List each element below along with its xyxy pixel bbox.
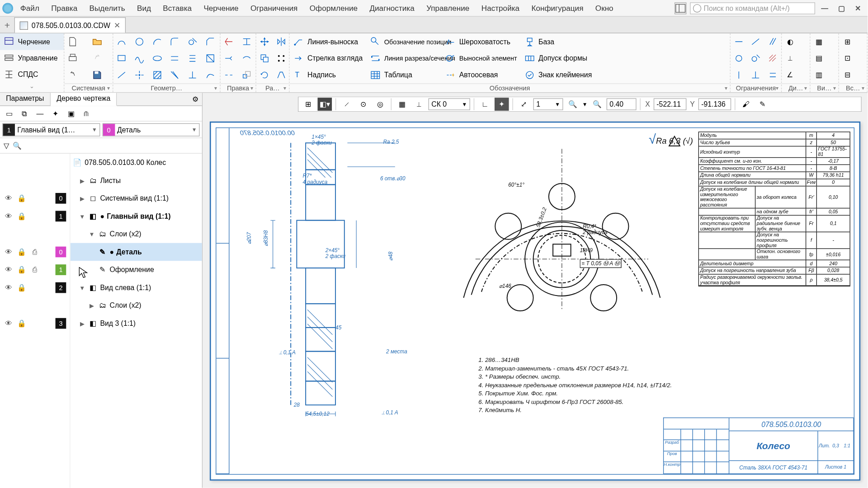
layout-icon[interactable] bbox=[675, 2, 686, 14]
zoom2-icon[interactable]: 🔍 bbox=[590, 98, 604, 111]
tab-close-button[interactable]: ✕ bbox=[114, 21, 120, 30]
tan-c-icon[interactable] bbox=[747, 50, 764, 67]
redo-icon[interactable] bbox=[89, 50, 105, 67]
mode-drawing[interactable]: Черчение bbox=[0, 33, 64, 50]
layer-selector[interactable]: 0Деталь▼ bbox=[102, 123, 199, 136]
tab-drawing-tree[interactable]: Дерево чертежа bbox=[51, 93, 117, 106]
menu-file[interactable]: Файл bbox=[15, 2, 44, 14]
mode-spds[interactable]: СПДС bbox=[0, 66, 64, 83]
osnap-icon[interactable]: ✦ bbox=[495, 98, 509, 111]
lock-icon[interactable]: 🔒 bbox=[17, 319, 26, 328]
rect-icon[interactable] bbox=[113, 50, 130, 67]
diag2-icon[interactable]: ⟂ bbox=[782, 50, 798, 67]
tree-detail-layer[interactable]: ✎●Деталь bbox=[71, 243, 202, 261]
print-icon[interactable]: ⎙ bbox=[30, 247, 39, 257]
deform-icon[interactable] bbox=[273, 67, 290, 84]
expand-icon[interactable]: ⧉ bbox=[19, 108, 30, 119]
print-icon[interactable]: ⎙ bbox=[30, 265, 39, 275]
spline-icon[interactable] bbox=[131, 50, 148, 67]
roughness-button[interactable]: Шероховатость bbox=[441, 33, 520, 50]
undo-icon[interactable] bbox=[64, 67, 81, 84]
diag-icon[interactable] bbox=[747, 33, 764, 50]
datum-button[interactable]: База bbox=[521, 33, 596, 50]
move-icon[interactable] bbox=[256, 33, 273, 50]
parallel-icon[interactable] bbox=[184, 50, 201, 67]
tree-root[interactable]: 📄078.505.0.0103.00 Колес bbox=[71, 154, 202, 172]
hatch-icon[interactable] bbox=[149, 67, 165, 84]
menu-manage[interactable]: Управление bbox=[422, 2, 474, 14]
menu-settings[interactable]: Настройка bbox=[476, 2, 524, 14]
minimize-button[interactable]: — bbox=[819, 3, 830, 13]
print-icon[interactable] bbox=[64, 50, 81, 67]
perp-icon[interactable] bbox=[184, 67, 201, 84]
circle-c-icon[interactable] bbox=[731, 50, 747, 67]
tree-left-view[interactable]: ▼◧Вид слева (1:1) bbox=[71, 279, 202, 297]
ortho2-icon[interactable]: ∟ bbox=[478, 98, 492, 111]
menu-view[interactable]: Вид bbox=[132, 2, 156, 14]
menu-select[interactable]: Выделить bbox=[85, 2, 130, 14]
tree-layers[interactable]: ▼🗂Слои (x2) bbox=[71, 225, 202, 243]
menu-draft[interactable]: Черчение bbox=[199, 2, 243, 14]
brush-icon[interactable]: 🖌 bbox=[739, 98, 753, 111]
table-button[interactable]: Таблица bbox=[366, 67, 441, 84]
eye-icon[interactable]: 👁 bbox=[4, 265, 13, 275]
menu-diag[interactable]: Диагностика bbox=[365, 2, 419, 14]
copy-icon[interactable] bbox=[256, 50, 273, 67]
tree-system-view[interactable]: ▶◻Системный вид (1:1) bbox=[71, 189, 202, 207]
eye-icon[interactable]: 👁 bbox=[4, 211, 13, 221]
position-button[interactable]: Обозначение позиции bbox=[366, 33, 441, 50]
auto-axis-button[interactable]: Автоосевая bbox=[441, 67, 520, 84]
trim-icon[interactable] bbox=[166, 67, 183, 84]
new-tab-button[interactable]: + bbox=[0, 19, 14, 33]
lock-icon[interactable]: 🔒 bbox=[17, 283, 26, 292]
new-icon[interactable] bbox=[64, 33, 81, 50]
close-button[interactable]: ✕ bbox=[852, 3, 864, 13]
menu-constraints[interactable]: Ограничения bbox=[245, 2, 302, 14]
leader-line-button[interactable]: Линия-выноска bbox=[290, 33, 367, 50]
ortho-icon[interactable]: ⟂ bbox=[412, 98, 426, 111]
stamp-button[interactable]: Знак клеймения bbox=[521, 67, 596, 84]
tree-design-layer[interactable]: ✎Оформление bbox=[71, 261, 202, 279]
snap1-icon[interactable]: ⟋ bbox=[340, 98, 354, 111]
rotate-icon[interactable] bbox=[256, 67, 273, 84]
zoom-field[interactable]: 0.40 bbox=[607, 98, 637, 110]
ins3-icon[interactable]: ⊟ bbox=[839, 67, 856, 84]
collapse-icon[interactable]: ▭ bbox=[4, 108, 14, 119]
detail-view-button[interactable]: Выносной элемент bbox=[441, 50, 520, 67]
contour-icon[interactable] bbox=[202, 67, 219, 84]
menu-insert[interactable]: Вставка bbox=[158, 2, 197, 14]
view-selector[interactable]: 1Главный вид (1…▼ bbox=[2, 123, 99, 136]
line-icon[interactable] bbox=[113, 67, 130, 84]
tab-parameters[interactable]: Параметры bbox=[0, 93, 51, 106]
eye-icon[interactable]: 👁 bbox=[4, 193, 13, 203]
scale-icon[interactable]: ⤢ bbox=[517, 98, 531, 111]
zoom-icon[interactable]: 🔍 bbox=[566, 98, 580, 111]
array-icon[interactable] bbox=[273, 50, 290, 67]
line-style-icon[interactable]: — bbox=[34, 108, 45, 119]
section-line-button[interactable]: Линия разреза/сечения bbox=[366, 50, 441, 67]
drawing-canvas[interactable]: ⊞ ◧▾ ⟋ ⊙ ◎ ▦ ⟂ СК 0▼ ∟ ✦ ⤢ 1▼ 🔍 ▼ 🔍 0.40… bbox=[203, 93, 868, 488]
view1-icon[interactable]: ▦ bbox=[810, 33, 827, 50]
vert-icon[interactable] bbox=[731, 67, 747, 84]
star-icon[interactable]: ✦ bbox=[50, 108, 61, 119]
tree-view-3[interactable]: ▶◧Вид 3 (1:1) bbox=[71, 314, 202, 333]
command-search[interactable]: Поиск по командам (Alt+/) bbox=[690, 2, 815, 14]
menu-window[interactable]: Окно bbox=[590, 2, 618, 14]
eye-icon[interactable]: 👁 bbox=[4, 247, 13, 257]
eq-c-icon[interactable] bbox=[764, 67, 781, 84]
view3-icon[interactable]: ▥ bbox=[810, 67, 827, 84]
menu-design[interactable]: Оформление bbox=[305, 2, 362, 14]
fillet-icon[interactable] bbox=[166, 33, 183, 50]
snap3-icon[interactable]: ◎ bbox=[373, 98, 387, 111]
circle-icon[interactable] bbox=[131, 33, 148, 50]
image-icon[interactable]: ▣ bbox=[66, 108, 76, 119]
split-icon[interactable] bbox=[238, 33, 255, 50]
chart-icon[interactable]: ⫙ bbox=[81, 108, 92, 119]
arc-icon[interactable] bbox=[149, 33, 165, 50]
eye-icon[interactable]: 👁 bbox=[4, 319, 13, 328]
offset-icon[interactable] bbox=[166, 50, 183, 67]
project-icon[interactable] bbox=[202, 50, 219, 67]
break-icon[interactable] bbox=[221, 67, 237, 84]
horiz-icon[interactable] bbox=[731, 33, 747, 50]
diag1-icon[interactable]: ◐ bbox=[782, 33, 798, 50]
